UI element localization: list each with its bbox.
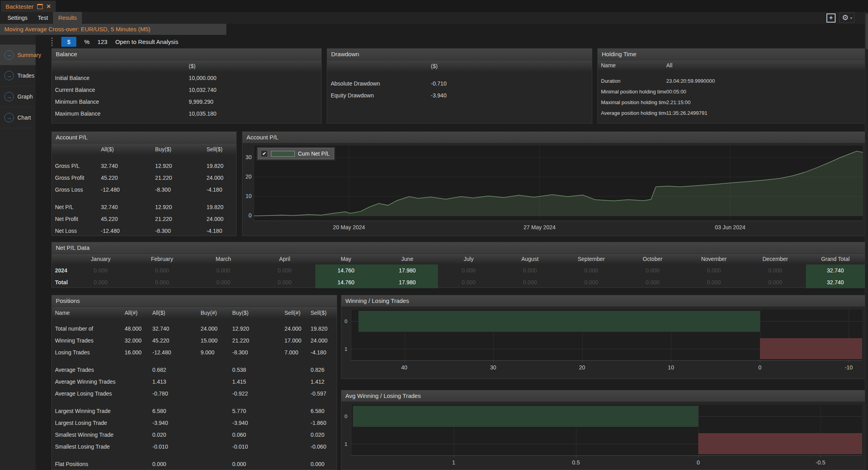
row-label: Duration <box>601 76 666 86</box>
buy-amount: 1.415 <box>232 376 284 388</box>
all-count: 16.000 <box>125 346 152 358</box>
row-value: -0.710 <box>431 78 592 89</box>
table-row: Minimal position holding time 00:05:00 <box>598 86 865 97</box>
sell-amount: 6.580 <box>311 405 337 417</box>
buy-count <box>201 364 232 376</box>
close-icon[interactable]: ✕ <box>46 3 51 10</box>
month-value: 0.000 <box>745 276 806 288</box>
row-label: Largest Losing Trade <box>55 417 125 429</box>
all-value: -12.480 <box>101 184 155 196</box>
sidebar-item-label: Trades <box>17 72 34 79</box>
table-row: Flat Positions 0.000 0.000 0.000 <box>52 458 337 470</box>
x-tick-label: 0 <box>758 364 762 371</box>
x-tick-label: 20 May 2024 <box>333 224 365 230</box>
all-count <box>125 458 152 470</box>
row-label <box>55 358 125 364</box>
sell-amount: -0.597 <box>311 388 337 400</box>
currency-mode-button[interactable]: $ <box>61 37 76 47</box>
row-label: Average position holding time <box>601 108 666 118</box>
month-header-row: JanuaryFebruaryMarchAprilMayJuneJulyAugu… <box>52 254 865 264</box>
positions-header-row: NameAll(#)All($)Buy(#)Buy($)Sell(#)Sell(… <box>52 307 337 319</box>
drawdown-table: Absolute Drawdown -0.710 Equity Drawdown… <box>327 78 592 101</box>
row-label: 2024 <box>52 264 70 276</box>
row-value: 10,032.740 <box>189 84 321 96</box>
buy-value: -8.300 <box>155 225 207 237</box>
drag-handle[interactable] <box>51 38 53 46</box>
all-amount: 32.740 <box>152 323 201 335</box>
row-label <box>55 196 101 201</box>
panel-title: Account P/L <box>52 132 236 143</box>
all-amount: -3.940 <box>152 417 201 429</box>
menu-tab[interactable]: Test <box>33 12 53 24</box>
row-label: Average Winning Trades <box>55 376 125 388</box>
buy-value: 21.220 <box>155 172 207 184</box>
backtester-tab[interactable]: Backtester ✕ <box>1 1 56 12</box>
sidebar-item[interactable]: → Chart <box>0 107 36 128</box>
add-panel-button[interactable]: + <box>826 13 836 23</box>
scrollbar-track[interactable] <box>865 12 868 470</box>
table-row: Average Losing Trades -0.780 -0.922 -0.5… <box>52 388 337 400</box>
sidebar-item[interactable]: → Graph <box>0 86 36 107</box>
sell-value: 24.000 <box>207 213 236 225</box>
buy-count: 15.000 <box>201 335 232 346</box>
legend-checkbox[interactable]: ✔ <box>261 150 268 157</box>
row-label: Flat Positions <box>55 458 125 470</box>
chart-legend[interactable]: ✔ Cum Net P/L <box>258 148 334 159</box>
all-count <box>125 358 152 364</box>
month-value: 0.000 <box>745 264 806 276</box>
scrollbar-thumb[interactable] <box>866 13 868 49</box>
menu-tab[interactable]: Results <box>53 12 82 24</box>
y-category-label: 0 <box>345 318 347 324</box>
row-label: Losing Trades <box>55 346 125 358</box>
buy-value: 12.920 <box>155 160 207 172</box>
month-value: 17.980 <box>377 264 438 276</box>
month-column-header: July <box>438 254 499 264</box>
open-result-analysis-button[interactable]: Open to Result Analysis <box>115 38 178 45</box>
sell-count: 24.000 <box>284 323 311 335</box>
table-row: Absolute Drawdown -0.710 <box>327 78 592 89</box>
sell-count <box>284 417 311 429</box>
chevron-down-icon: ▾ <box>850 16 852 20</box>
row-label: Net P/L <box>55 201 101 213</box>
row-value: 10,035.180 <box>189 108 321 120</box>
sell-count <box>284 429 311 441</box>
net-pl-data-panel: Net P/L Data JanuaryFebruaryMarchAprilMa… <box>51 242 865 288</box>
percent-mode-button[interactable]: % <box>84 38 89 45</box>
legend-label: Cum Net P/L <box>298 150 330 157</box>
month-value: 0.000 <box>561 276 622 288</box>
row-label: Largest Winning Trade <box>55 405 125 417</box>
panel-title: Avg Winning / Losing Trades <box>341 390 865 402</box>
table-row: Average Winning Trades 1.413 1.415 1.412 <box>52 376 337 388</box>
sidebar-item[interactable]: → Summary <box>0 44 36 65</box>
month-value: 0.000 <box>499 264 561 276</box>
all-count <box>125 453 152 458</box>
buy-count <box>201 388 232 400</box>
month-column-header: June <box>377 254 438 264</box>
settings-button[interactable]: ⚙ ▾ <box>840 13 855 23</box>
balance-table: Initial Balance 10,000.000 Current Balan… <box>52 72 321 120</box>
sell-count <box>284 453 311 458</box>
circle-arrow-icon: → <box>4 92 14 101</box>
x-tick-label: 0.5 <box>572 459 580 466</box>
cum-net-pl-series <box>254 145 863 221</box>
positions-column-header: Sell(#) <box>284 307 311 319</box>
sell-amount <box>311 453 337 458</box>
all-amount: 0.020 <box>152 429 201 441</box>
account-pl-table-panel: Account P/L All($) Buy($) Sell($) Gross … <box>51 131 237 236</box>
month-value: 0.000 <box>683 264 745 276</box>
table-row: Gross Loss -12.480 -8.300 -4.180 <box>52 184 236 196</box>
sidebar-item[interactable]: → Trades <box>0 65 36 86</box>
menu-tab[interactable]: Settings <box>2 12 33 24</box>
month-column-header <box>52 254 70 264</box>
sell-value: 19.820 <box>207 160 236 172</box>
month-value: 0.000 <box>131 264 193 276</box>
table-row: Average position holding time 11:35:26.2… <box>598 108 865 118</box>
buy-amount: -0.010 <box>232 441 284 453</box>
restore-window-icon[interactable] <box>37 4 43 9</box>
month-column-header: January <box>70 254 131 264</box>
month-column-header: Grand Total <box>806 254 865 264</box>
pips-mode-button[interactable]: 123 <box>97 38 107 45</box>
panel-title: Winning / Losing Trades <box>341 295 865 307</box>
sell-amount: 24.000 <box>311 335 337 346</box>
area-fill <box>254 151 863 216</box>
